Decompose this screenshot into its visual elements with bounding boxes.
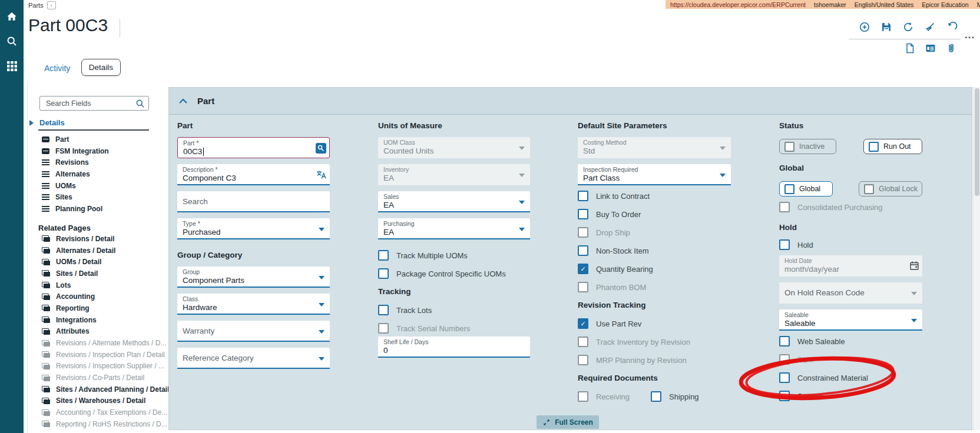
translate-icon[interactable] [316, 169, 327, 179]
circle-plus-icon [859, 21, 870, 33]
new-button[interactable] [859, 21, 870, 33]
pages-icon [44, 411, 50, 416]
sidebar-item-uoms[interactable]: UOMs [38, 180, 162, 192]
save-button[interactable] [880, 21, 892, 33]
full-screen-button[interactable]: Full Screen [537, 415, 599, 429]
pages-icon [44, 399, 50, 404]
checkbox-package-control-specific-uoms[interactable]: Package Control Specific UOMs [378, 269, 530, 278]
checkbox-buy-to-order[interactable]: Buy To Order [578, 209, 731, 219]
related-item-revisions-detail[interactable]: Revisions / Detail [38, 233, 162, 245]
apps-button[interactable] [0, 55, 24, 76]
breadcrumb[interactable]: Parts › [28, 1, 56, 9]
scrollbar-thumb[interactable] [975, 88, 979, 196]
toggle-label: Global [799, 185, 820, 193]
hold-date-field: Hold Date month/day/year [779, 255, 922, 277]
checkbox-track-lots[interactable]: Track Lots [378, 305, 530, 315]
shelf-life-field[interactable]: Shelf Life / Days 0 [378, 337, 530, 358]
related-item-accounting[interactable]: Accounting [38, 291, 162, 302]
new-document-button[interactable] [904, 42, 916, 54]
checkbox-box-icon [578, 282, 588, 292]
sidebar-item-revisions[interactable]: Revisions [38, 156, 162, 168]
checkbox-quantity-bearing[interactable]: Quantity Bearing [578, 264, 731, 274]
sidebar-item-planning-pool[interactable]: Planning Pool [38, 203, 162, 215]
toolbar-overflow-button[interactable]: ... [965, 29, 975, 41]
clear-button[interactable] [924, 21, 936, 33]
checkbox-link-to-contract[interactable]: Link to Contract [578, 191, 731, 201]
undo-button[interactable] [946, 21, 958, 33]
fields-search-input[interactable] [45, 99, 135, 108]
related-item-revisions-alternate-methods[interactable]: Revisions / Alternate Methods / D... [38, 337, 162, 349]
related-item-sites-advanced-planning[interactable]: Sites / Advanced Planning / Detail [38, 384, 162, 395]
fields-search-box[interactable] [39, 96, 149, 111]
saleable-dropdown[interactable]: Saleable Saleable [779, 309, 922, 331]
reference-category-dropdown[interactable]: Reference Category [177, 348, 330, 369]
search-document-icon[interactable] [316, 143, 326, 154]
toggle-run-out[interactable]: Run Out [863, 139, 922, 154]
toggle-label: Inactive [799, 142, 825, 151]
sidebar-details-header[interactable]: Details [29, 118, 65, 127]
checkbox-hold[interactable]: Hold [779, 240, 922, 249]
section-label-part: Part [177, 121, 330, 131]
breadcrumb-label[interactable]: Parts [28, 2, 44, 9]
checkbox-label: Hold [797, 241, 813, 249]
sidebar-item-fsm-integration[interactable]: FSM Integration [38, 145, 162, 157]
attachments-button[interactable] [945, 42, 957, 54]
group-dropdown[interactable]: Group Component Parts [177, 267, 330, 288]
card-view-button[interactable] [925, 42, 936, 54]
inspection-required-dropdown[interactable]: Inspection Required Part Class [578, 164, 731, 185]
sales-uom-dropdown[interactable]: Sales EA [378, 191, 530, 212]
toggle-label: Global Lock [879, 185, 918, 193]
checkbox-consolidated-purchasing: Consolidated Purchasing [779, 202, 922, 212]
toggle-global[interactable]: Global [779, 181, 833, 196]
home-button[interactable] [0, 6, 24, 27]
related-item-sites-warehouses[interactable]: Sites / Warehouses / Detail [38, 395, 162, 407]
related-pages-header: Related Pages [38, 224, 91, 232]
type-dropdown[interactable]: Type * Purchased [177, 218, 330, 239]
checkbox-constrained-material[interactable]: Constrained Material [779, 373, 922, 382]
breadcrumb-chevron-icon[interactable]: › [47, 1, 56, 9]
related-item-accounting-tax-exemptions[interactable]: Accounting / Tax Exemptions / De... [38, 407, 162, 418]
part-field[interactable]: Part * 00C3 [177, 137, 330, 158]
tab-activity[interactable]: Activity [44, 64, 70, 73]
refresh-button[interactable] [902, 21, 914, 33]
sidebar-item-part[interactable]: Part [38, 134, 162, 145]
card-icon [42, 136, 49, 142]
related-item-revisions-inspection-plan[interactable]: Revisions / Inspection Plan / Detail [38, 349, 162, 361]
class-dropdown[interactable]: Class Hardware [177, 294, 330, 315]
environment-strip: https://cloudea.developer.epicor.com/ERP… [666, 0, 980, 9]
related-item-revisions-inspection-supplier[interactable]: Revisions / Inspection Supplier / ... [38, 361, 162, 372]
checkbox-shipping[interactable]: Shipping [651, 392, 699, 401]
related-item-integrations[interactable]: Integrations [38, 314, 162, 326]
search-button[interactable] [0, 31, 24, 52]
search-field-input[interactable] [177, 191, 330, 211]
scrollbar-track[interactable] [973, 87, 980, 430]
description-field[interactable]: Description * Component C3 [177, 164, 330, 185]
triangle-right-icon [29, 120, 34, 126]
related-item-lots[interactable]: Lots [38, 279, 162, 291]
purchasing-uom-dropdown[interactable]: Purchasing EA [378, 218, 530, 239]
text-cursor [203, 148, 204, 156]
related-item-reporting-rohs[interactable]: Reporting / RoHS Restrictions / D... [38, 418, 162, 430]
pages-icon [44, 365, 50, 369]
related-item-sites-detail[interactable]: Sites / Detail [38, 268, 162, 279]
part-panel-header[interactable]: Part [169, 88, 972, 115]
related-item-alternates-detail[interactable]: Alternates / Detail [38, 245, 162, 257]
checkbox-non-stock-item[interactable]: Non-Stock Item [578, 246, 731, 255]
warranty-dropdown[interactable]: Warranty [177, 321, 330, 342]
related-item-reporting[interactable]: Reporting [38, 302, 162, 314]
checkbox-track-multiple-uoms[interactable]: Track Multiple UOMs [378, 251, 530, 260]
collapse-chevron-icon[interactable] [178, 98, 188, 104]
sidebar-item-alternates[interactable]: Alternates [38, 168, 162, 180]
checkbox-label: Consolidated Purchasing [797, 203, 883, 212]
related-item-revisions-co-parts[interactable]: Revisions / Co-Parts / Detail [38, 372, 162, 384]
checkbox-web-saleable[interactable]: Web Saleable [779, 337, 922, 346]
sidebar-item-sites[interactable]: Sites [38, 191, 162, 203]
refresh-icon [902, 21, 914, 33]
related-item-attributes[interactable]: Attributes [38, 326, 162, 338]
search-field[interactable] [177, 191, 330, 212]
checkbox-service[interactable]: Service [779, 391, 922, 401]
tab-details[interactable]: Details [81, 59, 121, 76]
list-icon [42, 171, 49, 177]
related-item-uoms-detail[interactable]: UOMs / Detail [38, 256, 162, 268]
checkbox-use-part-rev[interactable]: Use Part Rev [578, 319, 731, 328]
